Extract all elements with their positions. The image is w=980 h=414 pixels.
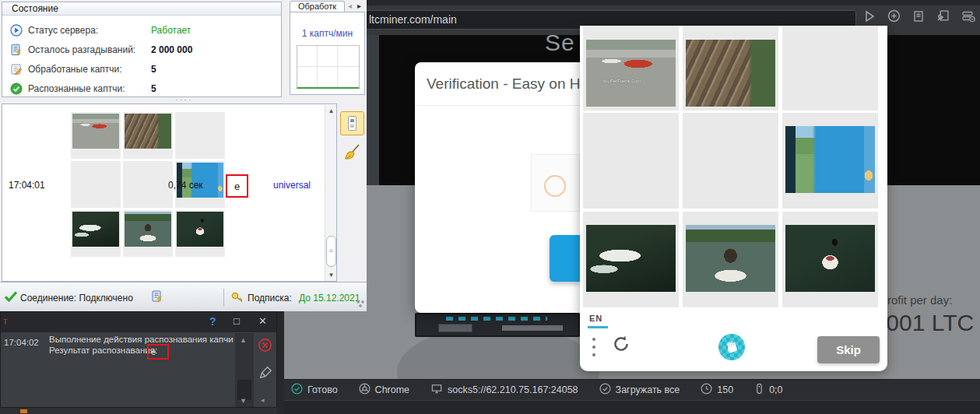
key-icon <box>230 290 244 307</box>
thumb-bicycle <box>71 161 121 208</box>
photo-rower <box>686 225 775 292</box>
status-browser[interactable]: Chrome <box>359 383 409 397</box>
log-icon[interactable] <box>912 10 925 23</box>
photo-speedboat <box>586 225 676 292</box>
menu-dots-icon[interactable] <box>592 338 595 361</box>
log-entry-service-link[interactable]: universal <box>273 180 311 191</box>
proxy-list-icon[interactable] <box>961 9 975 23</box>
status-row-recognized: Распознанные каптчи: 5 <box>10 79 281 98</box>
hcaptcha-logo-icon[interactable] <box>718 334 745 360</box>
rate-panel: 1 каптч/мин <box>290 12 365 95</box>
tab-scroll-arrows: ◂ ▸ <box>348 2 361 10</box>
status-load-mode[interactable]: Загружать все <box>599 383 680 397</box>
console-titlebar[interactable]: т ? □ ✕ <box>1 312 276 332</box>
captcha-checkbox-widget[interactable] <box>531 154 580 212</box>
status-proxy[interactable]: socks5://62.210.75.167:24058 <box>430 383 578 397</box>
toolbar-icons <box>863 9 975 23</box>
skip-button[interactable]: Skip <box>817 336 880 363</box>
photo-truck <box>785 126 875 193</box>
console-scroll-up-icon[interactable]: ▲ <box>240 336 247 344</box>
photo-watermark: VoyPerFuera.Com <box>602 79 641 83</box>
language-selector[interactable]: EN <box>589 314 602 323</box>
log-entry-time: 17:04:01 <box>9 180 45 191</box>
captcha-tile-truck[interactable] <box>782 113 878 209</box>
stop-error-icon[interactable] <box>258 338 272 356</box>
thumb-railway <box>123 112 173 159</box>
rig-leds <box>446 317 547 321</box>
rig-slot <box>438 324 472 332</box>
photo-railway <box>686 40 775 107</box>
console-scroll-down-icon[interactable]: ▼ <box>240 397 247 405</box>
ready-check-icon <box>291 383 303 397</box>
help-button[interactable]: ? <box>209 315 216 328</box>
captcha-tile-small-boat[interactable] <box>782 212 878 307</box>
captcha-bot-app: Состояние Статус сервера: Работает Остал… <box>0 0 367 311</box>
log-scrollbar[interactable]: ▲ ≡ ▼ <box>325 105 336 281</box>
console-window: т ? □ ✕ 17:04:02 Выполнение действия рас… <box>0 311 277 408</box>
photo-helicopter: VoyPerFuera.Com <box>586 40 676 107</box>
scroll-up-icon[interactable]: ▲ <box>326 106 336 116</box>
connection-check-icon <box>4 290 18 306</box>
tab-prev-icon[interactable]: ◂ <box>348 2 352 10</box>
recognition-log-panel: 17:04:01 0,74 сек е universal ▲ ≡ ▼ <box>2 104 337 282</box>
captcha-challenge-panel: VoyPerFuera.Com EN Skip <box>580 26 887 371</box>
close-button[interactable]: ✕ <box>258 315 267 327</box>
pin-icon <box>754 383 764 397</box>
tools-icon[interactable] <box>936 9 950 23</box>
connection-doc-icon <box>151 289 163 307</box>
doc-pencil-icon <box>10 63 23 75</box>
captcha-tile-bicycle[interactable] <box>583 113 679 209</box>
console-entry-time: 17:04:02 <box>4 338 39 347</box>
log-entry-duration: 0,74 сек <box>168 180 203 191</box>
captcha-tile-speedboat[interactable] <box>583 212 679 307</box>
console-line-result: Результат распознавания: <box>49 346 157 355</box>
add-circle-icon[interactable] <box>887 9 901 23</box>
status-groupbox: Состояние Статус сервера: Работает Остал… <box>2 2 282 97</box>
clear-console-brush-icon[interactable] <box>258 366 272 383</box>
tab-next-icon[interactable]: ▸ <box>357 2 361 10</box>
resize-grip[interactable] <box>356 300 365 309</box>
rate-value: 1 каптч/мин <box>290 28 364 39</box>
scroll-down-icon[interactable]: ▼ <box>326 270 336 280</box>
remaining-value: 2 000 000 <box>151 44 192 55</box>
browser-bottom-strip <box>284 400 980 414</box>
thumb-speedboat <box>71 210 121 257</box>
captcha-tile-motorboat-man[interactable] <box>683 113 778 209</box>
checkbox-spinner-circle <box>544 175 566 197</box>
hero-text: Se <box>545 30 575 56</box>
captcha-tile-rower[interactable] <box>683 212 778 307</box>
refresh-icon[interactable] <box>611 334 631 357</box>
tab-processing[interactable]: Обработк <box>290 1 345 12</box>
clear-log-broom-icon[interactable] <box>342 142 363 162</box>
scroll-thumb[interactable]: ≡ <box>326 236 336 267</box>
thumb-bus <box>175 112 225 159</box>
clock-icon <box>701 383 712 397</box>
dialog-submit-button[interactable] <box>550 235 580 282</box>
console-scroll-left-icon[interactable]: ◂ <box>261 396 265 404</box>
server-status-value: Работает <box>151 25 191 36</box>
photo-small-boat <box>785 225 875 292</box>
captcha-tile-bus[interactable] <box>782 26 878 111</box>
status-timeout[interactable]: 150 <box>701 383 733 397</box>
profit-per-day-value: .001 LTC <box>880 310 974 336</box>
status-ready: Готово <box>291 383 338 397</box>
browser-top-strip <box>284 0 980 5</box>
autosolve-toggle-button[interactable] <box>340 111 364 135</box>
toggle-switch-icon <box>348 116 357 131</box>
recognized-value: 5 <box>151 83 156 94</box>
play-circle-icon <box>10 24 23 37</box>
captcha-tile-railway[interactable] <box>683 26 778 111</box>
app-statusbar: Соединение: Подключено Подписка: До 15.1… <box>0 282 367 311</box>
maximize-button[interactable]: □ <box>234 315 240 327</box>
photo-bus <box>785 40 875 107</box>
thumb-helicopter <box>71 112 121 159</box>
language-underline <box>588 326 608 328</box>
window-gap <box>367 35 372 185</box>
check-circle-icon <box>10 82 23 95</box>
captcha-tile-helicopter[interactable]: VoyPerFuera.Com <box>583 26 679 111</box>
console-scrollbar[interactable]: ▲ ▼ <box>235 333 254 407</box>
run-icon[interactable] <box>863 10 876 23</box>
log-entry-answer: е <box>226 174 248 198</box>
status-row-remaining: Осталось разгадываний: 2 000 000 <box>10 40 281 59</box>
thumb-rower <box>123 210 173 257</box>
